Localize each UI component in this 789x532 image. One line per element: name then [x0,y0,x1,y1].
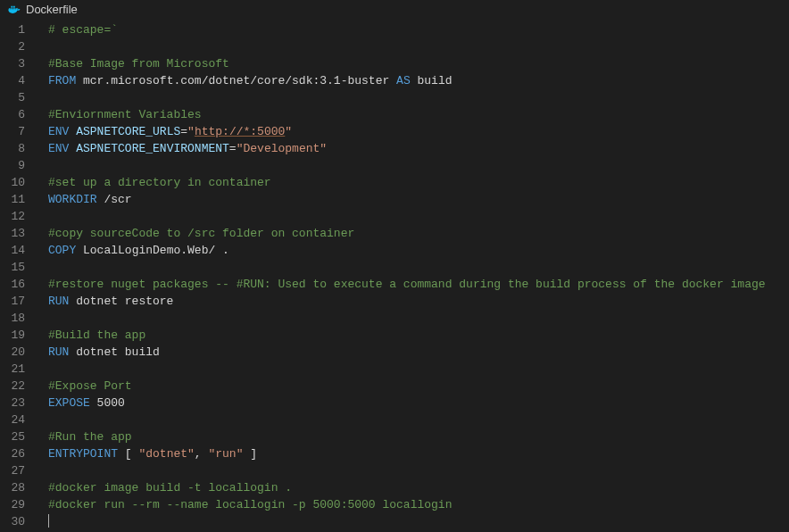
code-content[interactable]: # escape=` #Base Image from MicrosoftFRO… [37,21,789,530]
code-line[interactable] [48,38,789,55]
line-number-gutter: 1234567891011121314151617181920212223242… [0,21,37,530]
code-line[interactable] [48,89,789,106]
code-line[interactable]: ENTRYPOINT [ "dotnet", "run" ] [48,445,789,462]
docker-icon [7,3,21,16]
line-number: 3 [0,55,25,72]
code-line[interactable]: RUN dotnet build [48,344,789,361]
line-number: 17 [0,293,25,310]
line-number: 1 [0,21,25,38]
line-number: 6 [0,106,25,123]
line-number: 14 [0,242,25,259]
line-number: 19 [0,327,25,344]
code-line[interactable]: ENV ASPNETCORE_URLS="http://*:5000" [48,123,789,140]
code-line[interactable]: COPY LocalLoginDemo.Web/ . [48,242,789,259]
tab-filename: Dockerfile [26,1,78,18]
line-number: 5 [0,89,25,106]
code-line[interactable] [48,157,789,174]
line-number: 18 [0,310,25,327]
line-number: 12 [0,208,25,225]
code-line[interactable]: #Expose Port [48,378,789,395]
line-number: 4 [0,72,25,89]
code-line[interactable]: #docker run --rm --name locallogin -p 50… [48,496,789,513]
line-number: 10 [0,174,25,191]
line-number: 21 [0,361,25,378]
code-line[interactable] [48,259,789,276]
line-number: 2 [0,38,25,55]
line-number: 8 [0,140,25,157]
code-line[interactable] [48,411,789,428]
code-line[interactable]: RUN dotnet restore [48,293,789,310]
line-number: 13 [0,225,25,242]
line-number: 22 [0,378,25,395]
line-number: 15 [0,259,25,276]
editor-tab[interactable]: Dockerfile [0,0,789,20]
code-line[interactable] [48,208,789,225]
text-cursor [48,514,49,528]
code-editor[interactable]: 1234567891011121314151617181920212223242… [0,20,789,530]
code-line[interactable] [48,462,789,479]
line-number: 29 [0,496,25,513]
code-line[interactable]: EXPOSE 5000 [48,395,789,411]
svg-rect-4 [13,5,15,7]
line-number: 7 [0,123,25,140]
code-line[interactable] [48,361,789,378]
code-line[interactable]: #Run the app [48,428,789,445]
code-line[interactable]: WORKDIR /scr [48,191,789,208]
code-line[interactable]: #docker image build -t locallogin . [48,479,789,496]
line-number: 28 [0,479,25,496]
code-line[interactable]: # escape=` [48,21,789,38]
code-line[interactable]: #Base Image from Microsoft [48,55,789,72]
code-line[interactable]: #Enviornment Variables [48,106,789,123]
line-number: 11 [0,191,25,208]
line-number: 30 [0,513,25,530]
line-number: 20 [0,344,25,361]
code-line[interactable] [48,310,789,327]
code-line[interactable]: ENV ASPNETCORE_ENVIRONMENT="Development" [48,140,789,157]
code-line[interactable]: #Build the app [48,327,789,344]
line-number: 26 [0,445,25,462]
line-number: 16 [0,276,25,293]
line-number: 27 [0,462,25,479]
code-line[interactable]: #set up a directory in container [48,174,789,191]
line-number: 9 [0,157,25,174]
line-number: 23 [0,395,25,411]
line-number: 24 [0,411,25,428]
code-line[interactable] [48,513,789,530]
svg-rect-3 [11,5,12,7]
code-line[interactable]: #copy sourceCode to /src folder on conta… [48,225,789,242]
code-line[interactable]: #restore nuget packages -- #RUN: Used to… [48,276,789,293]
code-line[interactable]: FROM mcr.microsoft.com/dotnet/core/sdk:3… [48,72,789,89]
line-number: 25 [0,428,25,445]
